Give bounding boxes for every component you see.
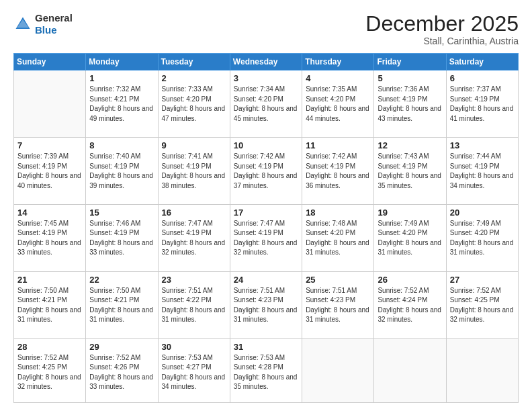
- day-info: Sunrise: 7:50 AM Sunset: 4:21 PM Dayligh…: [89, 286, 154, 325]
- day-info: Sunrise: 7:49 AM Sunset: 4:20 PM Dayligh…: [450, 219, 515, 258]
- calendar-header-cell: Monday: [86, 54, 158, 71]
- calendar-day-cell: 2Sunrise: 7:33 AM Sunset: 4:20 PM Daylig…: [158, 71, 230, 138]
- svg-marker-1: [17, 19, 29, 28]
- calendar-week-row: 7Sunrise: 7:39 AM Sunset: 4:19 PM Daylig…: [14, 138, 519, 205]
- calendar-day-cell: 29Sunrise: 7:52 AM Sunset: 4:26 PM Dayli…: [86, 338, 158, 402]
- day-number: 3: [234, 73, 298, 83]
- day-number: 28: [17, 342, 82, 352]
- day-info: Sunrise: 7:42 AM Sunset: 4:19 PM Dayligh…: [306, 152, 370, 191]
- calendar-day-cell: 8Sunrise: 7:40 AM Sunset: 4:19 PM Daylig…: [86, 138, 158, 205]
- calendar-day-cell: 4Sunrise: 7:35 AM Sunset: 4:20 PM Daylig…: [302, 71, 374, 138]
- day-info: Sunrise: 7:36 AM Sunset: 4:19 PM Dayligh…: [378, 85, 442, 124]
- day-info: Sunrise: 7:50 AM Sunset: 4:21 PM Dayligh…: [17, 286, 82, 325]
- calendar-week-row: 21Sunrise: 7:50 AM Sunset: 4:21 PM Dayli…: [14, 271, 519, 338]
- day-number: 27: [450, 275, 515, 285]
- calendar-header-cell: Friday: [374, 54, 446, 71]
- day-info: Sunrise: 7:52 AM Sunset: 4:25 PM Dayligh…: [450, 286, 515, 325]
- calendar-day-cell: 1Sunrise: 7:32 AM Sunset: 4:21 PM Daylig…: [86, 71, 158, 138]
- calendar-day-cell: [374, 338, 446, 402]
- day-number: 23: [162, 275, 226, 285]
- day-info: Sunrise: 7:40 AM Sunset: 4:19 PM Dayligh…: [89, 152, 154, 191]
- calendar-day-cell: [14, 71, 86, 138]
- day-number: 12: [378, 140, 442, 150]
- logo-text: General Blue: [35, 12, 73, 36]
- day-info: Sunrise: 7:37 AM Sunset: 4:19 PM Dayligh…: [450, 85, 515, 124]
- calendar-day-cell: 14Sunrise: 7:45 AM Sunset: 4:19 PM Dayli…: [14, 204, 86, 271]
- day-info: Sunrise: 7:49 AM Sunset: 4:20 PM Dayligh…: [378, 219, 442, 258]
- calendar-header-cell: Sunday: [14, 54, 86, 71]
- calendar-day-cell: 26Sunrise: 7:52 AM Sunset: 4:24 PM Dayli…: [374, 271, 446, 338]
- day-info: Sunrise: 7:47 AM Sunset: 4:19 PM Dayligh…: [234, 219, 298, 258]
- day-number: 30: [162, 342, 226, 352]
- calendar-day-cell: 13Sunrise: 7:44 AM Sunset: 4:19 PM Dayli…: [446, 138, 518, 205]
- day-number: 6: [450, 73, 515, 83]
- calendar-header-cell: Saturday: [446, 54, 518, 71]
- day-number: 1: [89, 73, 154, 83]
- calendar-week-row: 1Sunrise: 7:32 AM Sunset: 4:21 PM Daylig…: [14, 71, 519, 138]
- calendar-day-cell: 18Sunrise: 7:48 AM Sunset: 4:20 PM Dayli…: [302, 204, 374, 271]
- day-info: Sunrise: 7:52 AM Sunset: 4:26 PM Dayligh…: [89, 353, 154, 392]
- day-number: 16: [162, 208, 226, 218]
- calendar-day-cell: 20Sunrise: 7:49 AM Sunset: 4:20 PM Dayli…: [446, 204, 518, 271]
- location: Stall, Carinthia, Austria: [365, 36, 519, 46]
- day-info: Sunrise: 7:33 AM Sunset: 4:20 PM Dayligh…: [162, 85, 226, 124]
- day-number: 18: [306, 208, 370, 218]
- day-number: 5: [378, 73, 442, 83]
- calendar-day-cell: 22Sunrise: 7:50 AM Sunset: 4:21 PM Dayli…: [86, 271, 158, 338]
- calendar-day-cell: 24Sunrise: 7:51 AM Sunset: 4:23 PM Dayli…: [230, 271, 302, 338]
- day-number: 26: [378, 275, 442, 285]
- day-info: Sunrise: 7:51 AM Sunset: 4:22 PM Dayligh…: [162, 286, 226, 325]
- calendar-day-cell: 21Sunrise: 7:50 AM Sunset: 4:21 PM Dayli…: [14, 271, 86, 338]
- day-number: 4: [306, 73, 370, 83]
- day-info: Sunrise: 7:43 AM Sunset: 4:19 PM Dayligh…: [378, 152, 442, 191]
- calendar-day-cell: 5Sunrise: 7:36 AM Sunset: 4:19 PM Daylig…: [374, 71, 446, 138]
- day-number: 11: [306, 140, 370, 150]
- calendar-day-cell: 12Sunrise: 7:43 AM Sunset: 4:19 PM Dayli…: [374, 138, 446, 205]
- title-block: December 2025 Stall, Carinthia, Austria: [365, 12, 519, 46]
- calendar-day-cell: 6Sunrise: 7:37 AM Sunset: 4:19 PM Daylig…: [446, 71, 518, 138]
- day-number: 31: [234, 342, 298, 352]
- day-number: 9: [162, 140, 226, 150]
- day-number: 13: [450, 140, 515, 150]
- day-number: 20: [450, 208, 515, 218]
- day-number: 22: [89, 275, 154, 285]
- calendar-header-cell: Thursday: [302, 54, 374, 71]
- calendar-table: SundayMondayTuesdayWednesdayThursdayFrid…: [13, 53, 519, 403]
- day-number: 7: [17, 140, 82, 150]
- calendar-day-cell: 3Sunrise: 7:34 AM Sunset: 4:20 PM Daylig…: [230, 71, 302, 138]
- day-number: 15: [89, 208, 154, 218]
- calendar-day-cell: 17Sunrise: 7:47 AM Sunset: 4:19 PM Dayli…: [230, 204, 302, 271]
- header: General Blue December 2025 Stall, Carint…: [13, 12, 519, 46]
- logo-blue: Blue: [35, 24, 57, 36]
- day-number: 21: [17, 275, 82, 285]
- logo-icon: [13, 15, 32, 34]
- day-info: Sunrise: 7:35 AM Sunset: 4:20 PM Dayligh…: [306, 85, 370, 124]
- day-info: Sunrise: 7:45 AM Sunset: 4:19 PM Dayligh…: [17, 219, 82, 258]
- day-info: Sunrise: 7:47 AM Sunset: 4:19 PM Dayligh…: [162, 219, 226, 258]
- calendar-week-row: 28Sunrise: 7:52 AM Sunset: 4:25 PM Dayli…: [14, 338, 519, 402]
- calendar-day-cell: 30Sunrise: 7:53 AM Sunset: 4:27 PM Dayli…: [158, 338, 230, 402]
- calendar-day-cell: 15Sunrise: 7:46 AM Sunset: 4:19 PM Dayli…: [86, 204, 158, 271]
- day-info: Sunrise: 7:52 AM Sunset: 4:24 PM Dayligh…: [378, 286, 442, 325]
- calendar-header-cell: Wednesday: [230, 54, 302, 71]
- day-info: Sunrise: 7:42 AM Sunset: 4:19 PM Dayligh…: [234, 152, 298, 191]
- day-number: 8: [89, 140, 154, 150]
- calendar-day-cell: 10Sunrise: 7:42 AM Sunset: 4:19 PM Dayli…: [230, 138, 302, 205]
- calendar-header-row: SundayMondayTuesdayWednesdayThursdayFrid…: [14, 54, 519, 71]
- day-info: Sunrise: 7:53 AM Sunset: 4:27 PM Dayligh…: [162, 353, 226, 392]
- day-number: 29: [89, 342, 154, 352]
- calendar-day-cell: [446, 338, 518, 402]
- day-info: Sunrise: 7:32 AM Sunset: 4:21 PM Dayligh…: [89, 85, 154, 124]
- day-info: Sunrise: 7:51 AM Sunset: 4:23 PM Dayligh…: [306, 286, 370, 325]
- page: General Blue December 2025 Stall, Carint…: [0, 0, 532, 411]
- calendar-header-cell: Tuesday: [158, 54, 230, 71]
- calendar-day-cell: 27Sunrise: 7:52 AM Sunset: 4:25 PM Dayli…: [446, 271, 518, 338]
- day-info: Sunrise: 7:48 AM Sunset: 4:20 PM Dayligh…: [306, 219, 370, 258]
- logo-general: General: [35, 12, 73, 24]
- day-info: Sunrise: 7:34 AM Sunset: 4:20 PM Dayligh…: [234, 85, 298, 124]
- day-info: Sunrise: 7:46 AM Sunset: 4:19 PM Dayligh…: [89, 219, 154, 258]
- day-number: 10: [234, 140, 298, 150]
- calendar-body: 1Sunrise: 7:32 AM Sunset: 4:21 PM Daylig…: [14, 71, 519, 403]
- day-number: 2: [162, 73, 226, 83]
- month-title: December 2025: [365, 12, 519, 36]
